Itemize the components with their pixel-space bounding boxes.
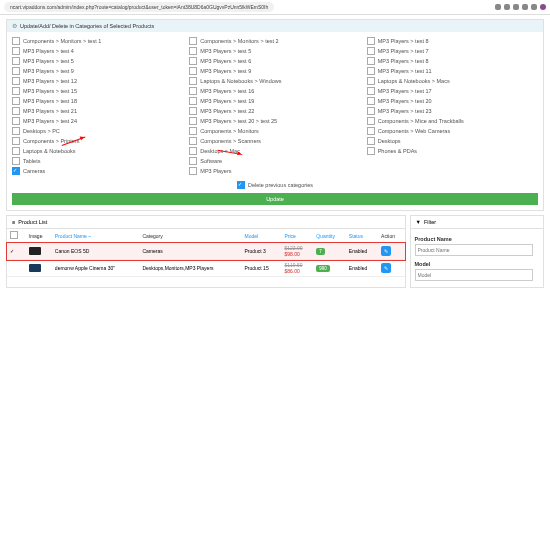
category-item[interactable]: MP3 Players > test 15	[12, 87, 183, 95]
checkbox-icon[interactable]	[367, 137, 375, 145]
category-item[interactable]: MP3 Players > test 7	[367, 47, 538, 55]
checkbox-icon[interactable]	[12, 47, 20, 55]
category-item[interactable]: MP3 Players > test 23	[367, 107, 538, 115]
checkbox-icon[interactable]	[12, 127, 20, 135]
category-item[interactable]: Software	[189, 157, 360, 165]
checkbox-icon[interactable]	[367, 77, 375, 85]
category-item[interactable]: MP3 Players > test 9	[189, 67, 360, 75]
row-check[interactable]: ✓	[7, 243, 26, 260]
checkbox-icon[interactable]	[189, 77, 197, 85]
category-item[interactable]: MP3 Players > test 8	[367, 37, 538, 45]
category-item[interactable]: MP3 Players > test 12	[12, 77, 183, 85]
category-item[interactable]: MP3 Players > test 8	[367, 57, 538, 65]
checkbox-icon[interactable]	[12, 57, 20, 65]
checkbox-icon[interactable]	[189, 117, 197, 125]
profile-avatar[interactable]	[540, 4, 546, 10]
update-button[interactable]: Update	[12, 193, 538, 205]
category-item[interactable]: MP3 Players > test 17	[367, 87, 538, 95]
filter-pn-input[interactable]	[415, 244, 533, 256]
category-item[interactable]: MP3 Players > test 18	[12, 97, 183, 105]
checkbox-icon[interactable]	[367, 87, 375, 95]
category-item[interactable]: Components > Scanners	[189, 137, 360, 145]
category-item[interactable]: Laptops & Notebooks > Macs	[367, 77, 538, 85]
category-item[interactable]: Components > Monitors > test 2	[189, 37, 360, 45]
category-item[interactable]: Desktops > Mac	[189, 147, 360, 155]
category-item[interactable]: MP3 Players	[189, 167, 360, 175]
category-item[interactable]: MP3 Players > test 5	[12, 57, 183, 65]
checkbox-icon[interactable]	[367, 47, 375, 55]
category-item[interactable]: Components > Monitors > test 1	[12, 37, 183, 45]
category-item[interactable]: Components > Printers	[12, 137, 183, 145]
checkbox-icon[interactable]	[189, 67, 197, 75]
edit-button[interactable]: ✎	[381, 246, 391, 256]
checkbox-icon[interactable]	[12, 97, 20, 105]
checkbox-icon[interactable]	[12, 157, 20, 165]
category-item[interactable]: Desktops	[367, 137, 538, 145]
delete-prev-checkbox[interactable]	[237, 181, 245, 189]
category-item[interactable]: Cameras	[12, 167, 183, 175]
ext-icon[interactable]	[504, 4, 510, 10]
ext-icon[interactable]	[513, 4, 519, 10]
ext-icon[interactable]	[531, 4, 537, 10]
edit-button[interactable]: ✎	[381, 263, 391, 273]
checkbox-icon[interactable]	[189, 97, 197, 105]
category-item[interactable]: MP3 Players > test 20	[367, 97, 538, 105]
category-item[interactable]: Desktops > PC	[12, 127, 183, 135]
category-item[interactable]: Laptops & Notebooks	[12, 147, 183, 155]
checkbox-icon[interactable]	[12, 147, 20, 155]
category-item[interactable]: MP3 Players > test 19	[189, 97, 360, 105]
checkbox-icon[interactable]	[189, 157, 197, 165]
checkbox-icon[interactable]	[367, 117, 375, 125]
checkbox-icon[interactable]	[189, 57, 197, 65]
checkbox-icon[interactable]	[367, 147, 375, 155]
checkbox-icon[interactable]	[12, 77, 20, 85]
category-item[interactable]: MP3 Players > test 22	[189, 107, 360, 115]
checkbox-icon[interactable]	[367, 57, 375, 65]
category-item[interactable]: MP3 Players > test 21	[12, 107, 183, 115]
col-check[interactable]	[7, 229, 26, 243]
checkbox-icon[interactable]	[189, 87, 197, 95]
category-item[interactable]: MP3 Players > test 24	[12, 117, 183, 125]
category-item[interactable]: MP3 Players > test 5	[189, 47, 360, 55]
checkbox-icon[interactable]	[367, 97, 375, 105]
category-item[interactable]: MP3 Players > test 4	[12, 47, 183, 55]
category-item[interactable]: Components > Monitors	[189, 127, 360, 135]
checkbox-icon[interactable]	[12, 107, 20, 115]
checkbox-icon[interactable]	[189, 167, 197, 175]
category-item[interactable]: Components > Mice and Trackballs	[367, 117, 538, 125]
checkbox-icon[interactable]	[12, 87, 20, 95]
category-item[interactable]: MP3 Players > test 6	[189, 57, 360, 65]
checkbox-icon[interactable]	[12, 117, 20, 125]
category-item[interactable]: MP3 Players > test 16	[189, 87, 360, 95]
address-bar[interactable]: ncart.vipaddons.com/admin/index.php?rout…	[4, 2, 274, 12]
col-name[interactable]: Product Name ~	[52, 229, 140, 243]
checkbox-icon[interactable]	[12, 37, 20, 45]
checkbox-icon[interactable]	[12, 137, 20, 145]
checkbox-icon[interactable]	[189, 107, 197, 115]
checkbox-icon[interactable]	[189, 127, 197, 135]
category-item[interactable]: Laptops & Notebooks > Windows	[189, 77, 360, 85]
category-item[interactable]: Components > Web Cameras	[367, 127, 538, 135]
category-item[interactable]: MP3 Players > test 20 > test 25	[189, 117, 360, 125]
ext-icon[interactable]	[495, 4, 501, 10]
checkbox-icon[interactable]	[367, 127, 375, 135]
checkbox-icon[interactable]	[12, 167, 20, 175]
col-model[interactable]: Model	[241, 229, 281, 243]
category-item[interactable]: Phones & PDAs	[367, 147, 538, 155]
ext-icon[interactable]	[522, 4, 528, 10]
category-item[interactable]: MP3 Players > test 9	[12, 67, 183, 75]
checkbox-icon[interactable]	[189, 147, 197, 155]
col-status[interactable]: Status	[346, 229, 378, 243]
checkbox-icon[interactable]	[12, 67, 20, 75]
category-item[interactable]: MP3 Players > test 11	[367, 67, 538, 75]
table-row[interactable]: demonw Apple Cinema 30"Desktops,Monitors…	[7, 260, 405, 277]
filter-model-input[interactable]	[415, 269, 533, 281]
checkbox-icon[interactable]	[189, 37, 197, 45]
col-qty[interactable]: Quantity	[313, 229, 346, 243]
checkbox-icon[interactable]	[189, 137, 197, 145]
table-row[interactable]: ✓Canon EOS 5DCamerasProduct 3$122.00$98.…	[7, 243, 405, 260]
category-item[interactable]: Tablets	[12, 157, 183, 165]
checkbox-icon[interactable]	[367, 107, 375, 115]
checkbox-icon[interactable]	[367, 37, 375, 45]
col-price[interactable]: Price	[281, 229, 313, 243]
